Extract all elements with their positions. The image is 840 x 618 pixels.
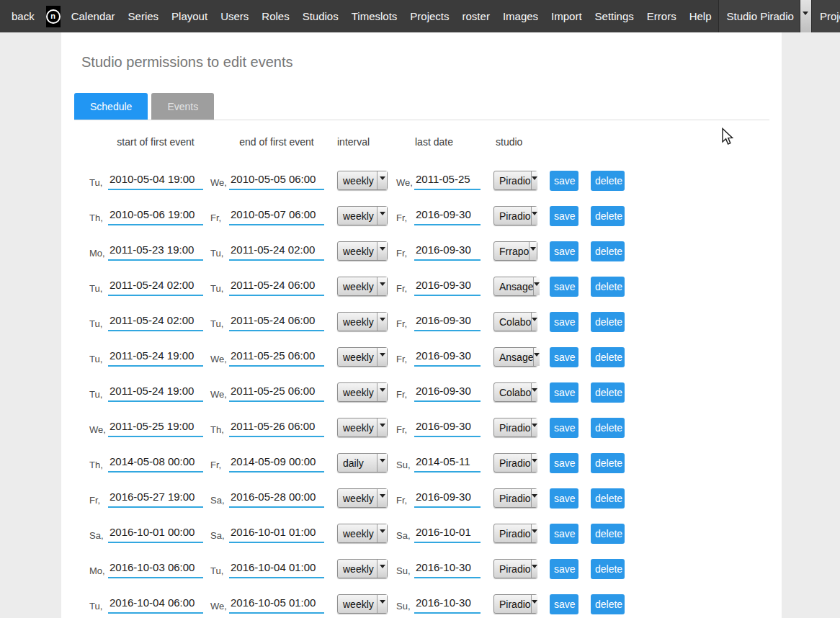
interval-select[interactable]: weekly (337, 382, 388, 402)
studio-select[interactable]: Piradio (493, 453, 537, 473)
interval-select[interactable]: weekly (337, 347, 388, 367)
last-date-input[interactable] (414, 595, 481, 614)
interval-select[interactable]: weekly (337, 488, 388, 508)
delete-button[interactable]: delete (591, 524, 625, 544)
last-date-input[interactable] (414, 560, 481, 578)
start-of-first-event-input[interactable] (108, 524, 203, 543)
last-date-input[interactable] (414, 489, 481, 508)
logo-icon[interactable]: n (46, 6, 61, 27)
last-date-input[interactable] (414, 242, 481, 261)
interval-select[interactable]: weekly (337, 171, 388, 190)
delete-button[interactable]: delete (591, 418, 625, 438)
end-of-first-event-input[interactable] (229, 348, 324, 367)
save-button[interactable]: save (550, 241, 578, 261)
start-of-first-event-input[interactable] (108, 454, 203, 473)
interval-select[interactable]: daily (337, 453, 388, 473)
last-date-input[interactable] (414, 418, 481, 437)
save-button[interactable]: save (550, 488, 578, 509)
nav-item[interactable]: Roles (255, 10, 295, 22)
end-of-first-event-input[interactable] (229, 595, 324, 614)
last-date-input[interactable] (414, 207, 481, 225)
delete-button[interactable]: delete (591, 453, 625, 473)
studio-select[interactable]: Ansage (493, 347, 537, 367)
last-date-input[interactable] (414, 277, 481, 296)
studio-select[interactable]: Piradio (493, 171, 537, 190)
nav-item[interactable]: Playout (165, 10, 214, 22)
nav-item[interactable]: Calendar (65, 10, 122, 22)
last-date-input[interactable] (414, 383, 481, 402)
start-of-first-event-input[interactable] (108, 313, 203, 331)
save-button[interactable]: save (550, 524, 578, 544)
studio-select[interactable]: Frrapo (493, 241, 537, 261)
start-of-first-event-input[interactable] (108, 595, 203, 614)
save-button[interactable]: save (550, 418, 578, 438)
last-date-input[interactable] (414, 524, 481, 543)
delete-button[interactable]: delete (591, 241, 625, 261)
start-of-first-event-input[interactable] (108, 560, 203, 578)
start-of-first-event-input[interactable] (108, 383, 203, 402)
delete-button[interactable]: delete (591, 347, 625, 367)
nav-item[interactable]: Projects (403, 10, 455, 22)
end-of-first-event-input[interactable] (229, 454, 324, 473)
save-button[interactable]: save (550, 559, 578, 579)
save-button[interactable]: save (550, 206, 578, 226)
interval-select[interactable]: weekly (337, 277, 388, 296)
delete-button[interactable]: delete (591, 171, 625, 191)
start-of-first-event-input[interactable] (108, 489, 203, 508)
nav-item[interactable]: Users (214, 10, 255, 22)
nav-item[interactable]: Settings (589, 10, 640, 22)
start-of-first-event-input[interactable] (108, 348, 203, 367)
end-of-first-event-input[interactable] (229, 207, 324, 225)
save-button[interactable]: save (550, 453, 578, 473)
save-button[interactable]: save (550, 347, 578, 367)
end-of-first-event-input[interactable] (229, 489, 324, 508)
interval-select[interactable]: weekly (337, 594, 388, 614)
delete-button[interactable]: delete (591, 312, 625, 332)
start-of-first-event-input[interactable] (108, 171, 203, 190)
end-of-first-event-input[interactable] (229, 277, 324, 296)
studio-select[interactable]: Piradio (493, 559, 537, 578)
delete-button[interactable]: delete (591, 594, 625, 614)
last-date-input[interactable] (414, 454, 481, 473)
start-of-first-event-input[interactable] (108, 207, 203, 225)
delete-button[interactable]: delete (591, 277, 625, 297)
nav-item[interactable]: Import (545, 10, 589, 22)
studio-select[interactable]: Piradio (493, 418, 537, 437)
studio-select[interactable]: Piradio (493, 206, 537, 225)
end-of-first-event-input[interactable] (229, 313, 324, 331)
end-of-first-event-input[interactable] (229, 418, 324, 437)
studio-select[interactable]: Colabo (493, 312, 537, 331)
tab-events[interactable]: Events (151, 93, 214, 120)
end-of-first-event-input[interactable] (229, 171, 324, 190)
start-of-first-event-input[interactable] (108, 277, 203, 296)
nav-item[interactable]: roster (456, 10, 496, 22)
interval-select[interactable]: weekly (337, 418, 388, 437)
delete-button[interactable]: delete (591, 488, 625, 509)
delete-button[interactable]: delete (591, 206, 625, 226)
tab-schedule[interactable]: Schedule (74, 93, 148, 120)
studio-select[interactable]: Ansage (493, 277, 537, 296)
end-of-first-event-input[interactable] (229, 242, 324, 261)
start-of-first-event-input[interactable] (108, 242, 203, 261)
nav-item[interactable]: Studios (296, 10, 345, 22)
nav-item[interactable]: Series (122, 10, 166, 22)
interval-select[interactable]: weekly (337, 524, 388, 543)
interval-select[interactable]: weekly (337, 559, 388, 578)
studio-select[interactable]: Piradio (493, 594, 537, 614)
studio-context-select[interactable]: Studio Piradio (718, 0, 811, 32)
last-date-input[interactable] (414, 171, 481, 190)
delete-button[interactable]: delete (591, 559, 625, 579)
nav-item[interactable]: Images (496, 10, 545, 22)
save-button[interactable]: save (550, 594, 578, 614)
nav-item[interactable]: Timeslots (345, 10, 404, 22)
end-of-first-event-input[interactable] (229, 383, 324, 402)
save-button[interactable]: save (550, 312, 578, 332)
save-button[interactable]: save (550, 171, 578, 191)
interval-select[interactable]: weekly (337, 206, 388, 225)
nav-item[interactable]: Errors (640, 10, 683, 22)
studio-select[interactable]: Colabo (493, 382, 537, 402)
nav-item[interactable]: Help (683, 10, 718, 22)
end-of-first-event-input[interactable] (229, 524, 324, 543)
back-link[interactable]: back (0, 10, 42, 22)
delete-button[interactable]: delete (591, 382, 625, 403)
